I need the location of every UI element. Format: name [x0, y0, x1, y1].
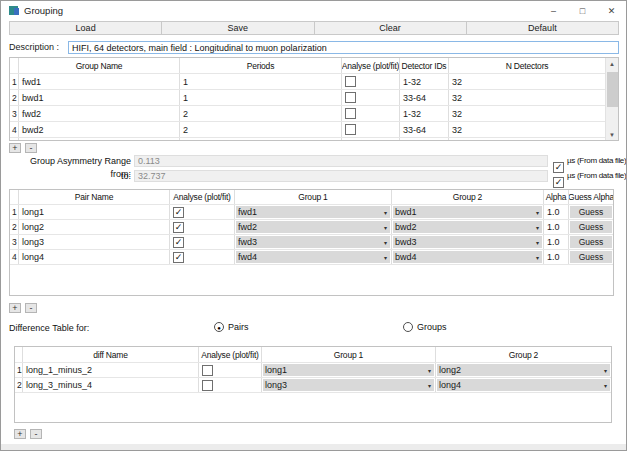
asymmetry-from-input[interactable]: 0.113: [134, 155, 548, 167]
analyse-checkbox[interactable]: [345, 124, 356, 135]
scrollbar-thumb[interactable]: [607, 72, 618, 107]
guess-button[interactable]: Guess: [570, 251, 612, 263]
group1-dropdown[interactable]: fwd2▾: [236, 221, 390, 233]
header-analyse: Analyse (plot/fit): [199, 347, 262, 362]
add-row-button[interactable]: +: [9, 303, 21, 313]
group2-dropdown[interactable]: long4▾: [437, 379, 610, 391]
group1-dropdown[interactable]: long3▾: [263, 379, 434, 391]
periods-cell[interactable]: 3: [180, 138, 342, 141]
scroll-up-icon[interactable]: ▲: [606, 58, 618, 69]
header-diff-name: diff Name: [23, 347, 199, 362]
group2-dropdown[interactable]: long2▾: [437, 364, 610, 376]
diff-name-cell[interactable]: long_3_minus_4: [23, 378, 199, 392]
alpha-cell[interactable]: 1.0: [544, 235, 569, 249]
header-group-name: Group Name: [19, 58, 180, 73]
groups-radio-label: Groups: [417, 322, 447, 332]
difference-table-label: Difference Table for:: [9, 323, 89, 333]
group-table-controls: + -: [9, 143, 41, 153]
group1-dropdown[interactable]: fwd4▾: [236, 251, 390, 263]
groups-radio-icon[interactable]: [403, 322, 413, 332]
asymmetry-to-input[interactable]: 32.737: [134, 170, 548, 182]
close-button[interactable]: ✕: [597, 1, 626, 20]
add-row-button[interactable]: +: [9, 143, 21, 153]
pair-name-cell[interactable]: long1: [19, 205, 170, 219]
minimize-button[interactable]: –: [539, 1, 568, 20]
load-button[interactable]: Load: [9, 21, 162, 35]
analyse-checkbox[interactable]: [345, 76, 356, 87]
periods-cell[interactable]: 1: [180, 74, 342, 89]
pair-name-cell[interactable]: long2: [19, 220, 170, 234]
table-row: 2 long2 ✓ fwd2▾ bwd2▾ 1.0 Guess: [10, 220, 613, 235]
description-input[interactable]: [68, 41, 619, 54]
dropdown-arrow-icon: ▾: [384, 209, 387, 216]
diff-name-cell[interactable]: long_1_minus_2: [23, 363, 199, 377]
detector-ids-cell[interactable]: 33-64: [400, 122, 449, 137]
detector-ids-cell[interactable]: 33-64: [400, 90, 449, 105]
n-detectors-cell: 32: [449, 122, 605, 137]
asymmetry-to-row: to: 32.737 ✓ µs (From data file): [1, 170, 627, 183]
row-number: 1: [10, 205, 19, 219]
pairs-radio-icon[interactable]: ●: [214, 322, 224, 332]
table-row: 3 fwd2 2 1-32 32: [10, 106, 618, 122]
guess-button[interactable]: Guess: [570, 221, 612, 233]
detector-ids-cell[interactable]: 1-32: [400, 74, 449, 89]
clear-button[interactable]: Clear: [315, 21, 467, 35]
group-name-cell[interactable]: bwd1: [19, 90, 180, 105]
guess-button[interactable]: Guess: [570, 236, 612, 248]
header-group-1: Group 1: [235, 190, 392, 204]
remove-row-button[interactable]: -: [25, 303, 37, 313]
alpha-cell[interactable]: 1.0: [544, 205, 569, 219]
analyse-checkbox[interactable]: [345, 108, 356, 119]
group-name-cell[interactable]: fwd1: [19, 74, 180, 89]
pair-name-cell[interactable]: long3: [19, 235, 170, 249]
periods-cell[interactable]: 2: [180, 106, 342, 121]
table-row: 1 fwd1 1 1-32 32: [10, 74, 618, 90]
group1-dropdown[interactable]: long1▾: [263, 364, 434, 376]
add-row-button[interactable]: +: [14, 429, 26, 439]
analyse-checkbox[interactable]: ✓: [173, 222, 184, 233]
to-us-checkbox[interactable]: ✓: [553, 177, 564, 188]
guess-button[interactable]: Guess: [570, 206, 612, 218]
analyse-checkbox[interactable]: [345, 140, 356, 141]
save-button[interactable]: Save: [162, 21, 314, 35]
pair-name-cell[interactable]: long4: [19, 250, 170, 264]
group2-dropdown[interactable]: bwd1▾: [393, 206, 542, 218]
scroll-down-icon[interactable]: ▼: [606, 129, 618, 140]
group2-dropdown[interactable]: bwd2▾: [393, 221, 542, 233]
n-detectors-cell: 32: [449, 106, 605, 121]
group2-dropdown[interactable]: bwd4▾: [393, 251, 542, 263]
header-periods: Periods: [180, 58, 342, 73]
alpha-cell[interactable]: 1.0: [544, 250, 569, 264]
group1-dropdown[interactable]: fwd1▾: [236, 206, 390, 218]
remove-row-button[interactable]: -: [25, 143, 37, 153]
maximize-button[interactable]: □: [568, 1, 597, 20]
analyse-checkbox[interactable]: [202, 365, 213, 376]
row-number: 4: [10, 122, 19, 137]
group-name-cell[interactable]: bwd2: [19, 122, 180, 137]
alpha-cell[interactable]: 1.0: [544, 220, 569, 234]
default-button[interactable]: Default: [467, 21, 619, 35]
analyse-checkbox[interactable]: [345, 92, 356, 103]
remove-row-button[interactable]: -: [30, 429, 42, 439]
analyse-checkbox[interactable]: ✓: [173, 207, 184, 218]
dropdown-arrow-icon: ▾: [384, 224, 387, 231]
detector-ids-cell[interactable]: 1-32: [400, 106, 449, 121]
periods-cell[interactable]: 2: [180, 122, 342, 137]
analyse-checkbox[interactable]: ✓: [173, 252, 184, 263]
radio-groups[interactable]: Groups: [403, 322, 447, 332]
pair-table: Pair Name Analyse (plot/fit) Group 1 Gro…: [9, 189, 614, 296]
group1-dropdown[interactable]: fwd3▾: [236, 236, 390, 248]
group2-dropdown[interactable]: bwd3▾: [393, 236, 542, 248]
periods-cell[interactable]: 1: [180, 90, 342, 105]
analyse-checkbox[interactable]: ✓: [173, 237, 184, 248]
group-table-scrollbar[interactable]: ▲ ▼: [605, 58, 618, 140]
group-name-cell[interactable]: fwd2: [19, 106, 180, 121]
detector-ids-cell[interactable]: 1-32: [400, 138, 449, 141]
analyse-checkbox[interactable]: [202, 380, 213, 391]
row-number: 2: [15, 378, 23, 392]
header-detector-ids: Detector IDs: [400, 58, 449, 73]
dropdown-arrow-icon: ▾: [428, 382, 431, 389]
group-name-cell[interactable]: fwd3: [19, 138, 180, 141]
radio-pairs[interactable]: ● Pairs: [214, 322, 249, 332]
table-row: 1 long1 ✓ fwd1▾ bwd1▾ 1.0 Guess: [10, 205, 613, 220]
